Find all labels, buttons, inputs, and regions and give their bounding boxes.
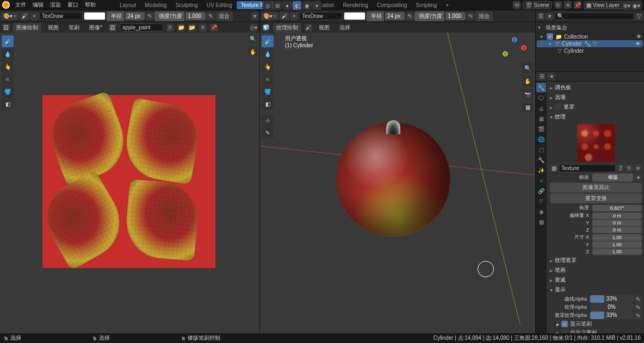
menu-help[interactable]: 帮助 [82, 1, 99, 9]
reset-transform-button[interactable]: 重置变换 [550, 194, 642, 203]
brush-icon-left[interactable]: • [30, 13, 38, 20]
ptab-particle[interactable]: ✨ [536, 165, 546, 175]
outliner-editor-icon[interactable]: ☰ [537, 13, 544, 20]
blend-mode-right[interactable]: 混合 [475, 11, 493, 21]
collection-checkbox[interactable]: ✓ [547, 33, 553, 40]
menu-edit[interactable]: 编辑 [29, 1, 47, 9]
pin-scene-icon[interactable]: 📌 [574, 1, 581, 9]
tool-fill[interactable]: 🪣 [2, 85, 14, 97]
3dview-mode[interactable]: 纹理绘制 [273, 23, 301, 33]
props-editor-icon[interactable]: ☰ [538, 73, 546, 80]
offset-z[interactable]: 0 m [592, 227, 642, 233]
ptab-viewlayer[interactable]: ▦ [536, 114, 546, 123]
tab-layout[interactable]: Layout [115, 1, 140, 9]
brush-color-right[interactable] [344, 12, 366, 20]
curve-alpha-pen-icon[interactable]: ✎ [634, 295, 642, 303]
shading-options-icon[interactable]: ▾ [312, 1, 321, 10]
image-datablock-icon[interactable]: 🖼 [109, 24, 116, 32]
collection-name[interactable]: Collection [564, 34, 588, 40]
ptab-active-tool[interactable]: 🔧 [536, 83, 546, 92]
ptab-world[interactable]: 🌐 [536, 134, 546, 144]
cylinder-mesh[interactable]: Cylinder [564, 48, 584, 54]
strength-pen-right[interactable]: ✎ [467, 13, 474, 20]
viewlayer-selector[interactable]: ▦ View Layer [584, 1, 622, 9]
mode-paint-dropdown[interactable]: 🎨▾▾ [1, 12, 18, 20]
texture-name-input[interactable] [559, 164, 616, 172]
props-filter-icon[interactable]: ▾ [548, 73, 555, 80]
ptab-output[interactable]: 🖨 [536, 103, 546, 113]
tab-rendering[interactable]: Rendering [339, 1, 373, 9]
object-eye-icon[interactable]: 👁 [635, 41, 641, 47]
ptab-material[interactable]: ◉ [536, 207, 546, 216]
img-menu-view[interactable]: 视图 [45, 24, 62, 32]
scene-new-icon[interactable]: ⎘ [554, 1, 562, 9]
scene-del-icon[interactable]: ✕ [564, 1, 572, 9]
zoom-tool-icon[interactable]: 🔍 [522, 63, 533, 73]
gizmo-y[interactable]: Y [503, 51, 508, 57]
outliner-display-mode[interactable]: ▾ [546, 13, 553, 20]
size-x[interactable]: 1.00 [592, 234, 642, 241]
tex-datablock-icon[interactable]: ▩ [550, 164, 558, 172]
tool3d-mask[interactable]: ◧ [262, 98, 274, 110]
cylinder-object[interactable]: Cylinder [562, 41, 582, 47]
mask-checkbox[interactable] [555, 104, 561, 110]
tool-draw[interactable]: 🖌 [2, 35, 14, 47]
camera-view-icon[interactable]: 📷 [522, 89, 533, 99]
tool3d-annotate[interactable]: ✎ [262, 127, 274, 139]
ptab-render[interactable]: 🖵 [536, 93, 546, 103]
tex-alpha-pen-icon[interactable]: ✎ [634, 303, 642, 311]
nav-gizmo[interactable]: Z Y X [503, 37, 527, 61]
gizmo-z[interactable]: Z [512, 37, 517, 42]
3dview-editor-type-icon[interactable]: 🧊 [262, 24, 270, 32]
texture-preview[interactable] [577, 124, 615, 162]
mesh-data-icon[interactable]: ▽ [593, 41, 597, 47]
ptab-scene[interactable]: 🎬 [536, 124, 546, 134]
size-z[interactable]: 1.00 [592, 248, 642, 255]
back-to-previous-icon[interactable]: ⟲ [513, 1, 521, 9]
menu-window[interactable]: 窗口 [64, 1, 82, 9]
tab-compositing[interactable]: Compositing [373, 1, 412, 9]
img-menu-image[interactable]: 图像* [86, 24, 106, 32]
scene-selector[interactable]: 🎬 Scene [523, 1, 552, 9]
zoom-icon-left[interactable]: 🔍 [249, 34, 257, 43]
panel-options[interactable]: ▸选项 [550, 92, 642, 102]
outliner-filter-icon[interactable]: ▽ [635, 13, 643, 20]
size-y[interactable]: 1.00 [592, 241, 642, 248]
shading-solid-icon[interactable]: ● [283, 1, 292, 10]
mapping-value[interactable]: 镂版 [592, 173, 633, 182]
image-editor-type-icon[interactable]: 🖼 [2, 24, 10, 32]
uv-overlay-icon[interactable]: ◇▾ [250, 24, 257, 32]
brush-color-left[interactable] [84, 12, 106, 20]
tab-sculpting[interactable]: Sculpting [171, 1, 202, 9]
show-brush-checkbox[interactable]: ✓ [561, 321, 568, 327]
radius-pen-right[interactable]: ✎ [406, 13, 413, 20]
persp-ortho-icon[interactable]: ▦ [522, 102, 533, 113]
outliner-collapse-icon[interactable]: ▾ [538, 24, 542, 30]
tex-unlink-icon[interactable]: ✕ [634, 164, 642, 172]
angle-value[interactable]: 0.827° [592, 205, 642, 211]
uv-canvas[interactable] [42, 95, 215, 268]
radius-value-left[interactable]: 24 px [125, 12, 145, 20]
gizmo-x[interactable]: X [521, 45, 527, 51]
tri-icon-2[interactable]: ▾ [549, 41, 553, 47]
mapping-chevron-icon[interactable]: ▾ [634, 174, 642, 182]
img-menu-brush[interactable]: 笔刷 [65, 24, 83, 32]
strength-value-right[interactable]: 1.000 [445, 12, 466, 20]
panel-mask[interactable]: ▸遮罩 [550, 102, 642, 112]
shading-rendered-icon[interactable]: ◉ [302, 1, 311, 10]
mod-icon[interactable]: 🔧 [584, 41, 591, 47]
image-unlink-icon[interactable]: ✕ [199, 24, 207, 32]
tab-scripting[interactable]: Scripting [411, 1, 441, 9]
curve-alpha-slider[interactable]: 33% [590, 295, 633, 303]
ptab-physics[interactable]: ⚛ [536, 176, 546, 185]
mode-icon[interactable]: 🖌 [305, 24, 312, 32]
brush-icon-right[interactable]: • [290, 13, 298, 20]
offset-x[interactable]: 0 m [592, 213, 642, 219]
tab-modeling[interactable]: Modeling [140, 1, 171, 9]
pan-icon-left[interactable]: ✋ [249, 47, 257, 56]
custom-icon-checkbox[interactable] [561, 329, 568, 333]
panel-falloff[interactable]: ▸衰减 [550, 275, 642, 285]
ptab-object[interactable]: ▢ [536, 145, 546, 154]
image-pin-icon[interactable]: 📌 [210, 24, 218, 32]
brush-name-left[interactable] [39, 12, 83, 20]
